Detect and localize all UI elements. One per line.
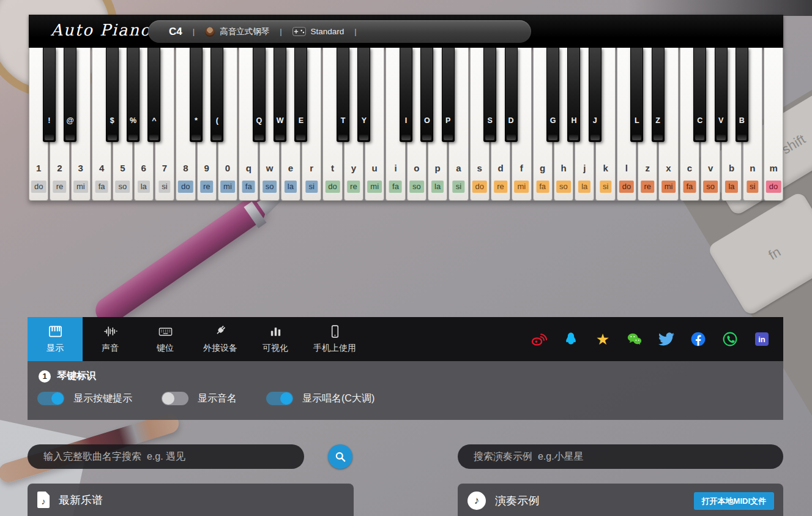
key-binding-label: l [617,163,636,173]
social-links: ★in [531,317,783,361]
key-binding-label: J [589,116,601,125]
key-binding-label: w [260,163,278,173]
toggle-group: 显示音名 [162,392,237,405]
settings-panel: 1 琴键标识 显示按键提示显示音名显示唱名(C大调) [28,361,783,420]
piano-keys: 1do2re3mi4fa5so6la7si8do9re0miqfawsoelar… [29,48,783,201]
key-binding-label: ^ [148,116,160,125]
solfa-badge: la [138,181,150,193]
key-binding-label: H [568,116,579,125]
separator: | [280,27,281,36]
black-key-T[interactable]: T [337,48,349,142]
piano: Auto Piano C4 | 高音立式钢琴 | Standard | 1do2… [29,15,783,201]
black-key-Y[interactable]: Y [357,48,370,142]
toggle-switch[interactable] [266,392,293,405]
black-key-P[interactable]: P [442,48,455,142]
solfa-badge: si [747,181,758,193]
key-binding-label: Z [652,116,664,125]
key-binding-label: C [694,116,706,125]
toggle-switch[interactable] [37,392,64,405]
solfa-badge: la [285,181,297,193]
black-key-V[interactable]: V [715,48,728,142]
key-binding-label: 0 [218,163,237,173]
weibo-icon[interactable] [531,331,547,347]
twitter-icon[interactable] [658,331,674,347]
black-key-H[interactable]: H [567,48,580,142]
key-binding-label: 2 [50,163,69,173]
toggle-group: 显示唱名(C大调) [266,392,374,405]
solfa-badge: la [578,181,590,193]
black-key-D[interactable]: D [505,48,518,142]
wechat-icon[interactable] [627,331,643,347]
tab-mobile[interactable]: 手机上使用 [303,317,367,361]
solfa-badge: so [263,181,277,193]
solfa-badge: la [431,181,444,193]
black-key-^[interactable]: ^ [147,48,160,142]
key-binding-label: @ [64,116,76,125]
qq-icon[interactable] [563,331,579,347]
keyboard-icon [158,324,173,338]
tab-label: 键位 [157,343,174,354]
black-key-B[interactable]: B [736,48,748,142]
key-binding-label: f [512,163,531,173]
demo-search-input[interactable] [458,444,783,469]
black-key-@[interactable]: @ [64,48,76,142]
key-binding-label: k [596,163,614,173]
black-key-I[interactable]: I [400,48,412,142]
black-key-L[interactable]: L [630,48,643,142]
black-key-G[interactable]: G [546,48,559,142]
solfa-badge: si [600,181,611,193]
latest-sheets-header: ♪ 最新乐谱 [28,484,354,516]
open-midi-button[interactable]: 打开本地MIDI文件 [694,492,774,510]
solfa-badge: la [725,181,737,193]
piano-icon [48,324,62,338]
black-key-([interactable]: ( [210,48,223,142]
solfa-badge: si [158,181,170,193]
linkedin-icon[interactable]: in [754,331,770,347]
black-key-C[interactable]: C [693,48,706,142]
solfa-badge: do [178,181,193,193]
piano-topbar: Auto Piano C4 | 高音立式钢琴 | Standard | [29,15,783,48]
black-key-*[interactable]: * [190,48,203,142]
key-binding-label: e [281,163,300,173]
qzone-icon[interactable]: ★ [595,331,611,347]
keyboard-mode-label[interactable]: Standard [311,27,345,36]
waveform-icon [103,324,117,338]
tab-display[interactable]: 显示 [28,317,83,361]
key-binding-label: q [239,163,258,173]
sheet-search-input[interactable] [28,444,304,469]
key-binding-label: n [743,163,762,173]
key-binding-label: G [547,116,559,125]
black-key-Q[interactable]: Q [253,48,266,142]
tab-external-devices[interactable]: 外接设备 [193,317,248,361]
toggle-knob [51,392,64,405]
tab-visualization[interactable]: 可视化 [248,317,303,361]
black-key-J[interactable]: J [589,48,602,142]
tab-label: 显示 [47,343,64,354]
black-key-%[interactable]: % [127,48,140,142]
status-pill[interactable]: C4 | 高音立式钢琴 | Standard | [148,20,531,43]
black-key-O[interactable]: O [420,48,433,142]
black-key-W[interactable]: W [274,48,286,142]
toggle-switch[interactable] [162,392,188,405]
black-key-Z[interactable]: Z [652,48,665,142]
black-key-E[interactable]: E [294,48,307,142]
solfa-badge: re [494,181,507,193]
tab-sound[interactable]: 声音 [83,317,138,361]
white-key-m[interactable]: mdo [764,48,783,201]
black-key-![interactable]: ! [43,48,56,142]
toggle-row: 显示按键提示显示音名显示唱名(C大调) [37,392,783,405]
separator: | [354,27,356,36]
black-key-$[interactable]: $ [106,48,119,142]
black-key-S[interactable]: S [483,48,496,142]
key-binding-label: P [442,116,454,125]
solfa-badge: re [53,181,67,193]
instrument-label[interactable]: 高音立式钢琴 [220,26,269,37]
whatsapp-icon[interactable] [722,331,738,347]
tab-keybindings[interactable]: 键位 [138,317,193,361]
toggle-label: 显示音名 [198,392,237,405]
facebook-icon[interactable] [690,331,706,347]
solfa-badge: mi [514,181,529,193]
key-binding-label: % [127,116,139,125]
search-button[interactable] [328,444,352,469]
solfa-badge: fa [95,181,108,193]
